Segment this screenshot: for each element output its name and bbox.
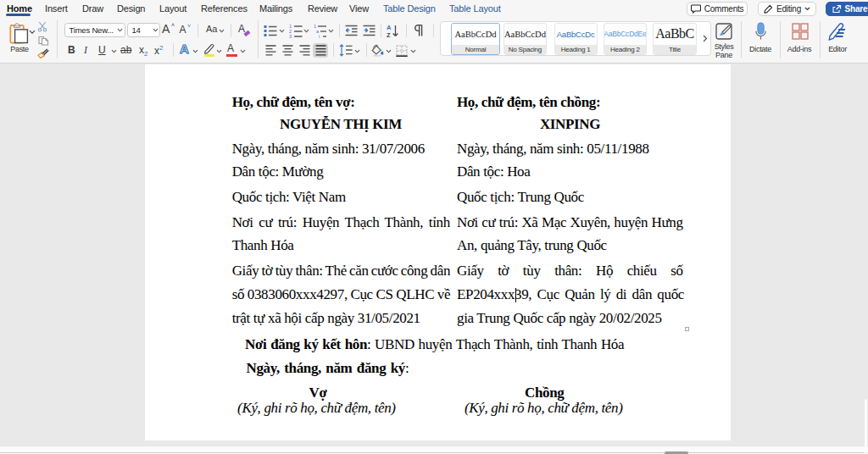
svg-text:i: i bbox=[319, 34, 320, 38]
svg-text:3: 3 bbox=[289, 34, 292, 38]
svg-text:Z: Z bbox=[387, 31, 391, 38]
svg-text:A: A bbox=[387, 24, 392, 31]
